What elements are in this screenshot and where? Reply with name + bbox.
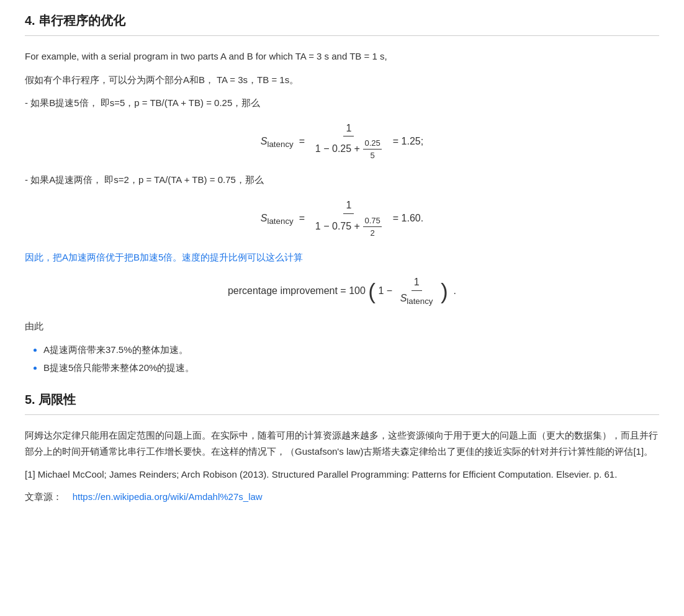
formula2-numerator: 1 — [343, 199, 354, 214]
formula1: Slatency = 1 1 − 0.25 + 0.25 5 = 1.25; — [25, 122, 659, 161]
section4-intro-zh: 假如有个串行程序，可以分为两个部分A和B， TA = 3s，TB = 1s。 — [25, 72, 659, 88]
source-url-link[interactable]: https://en.wikipedia.org/wiki/Amdahl%27s… — [73, 491, 263, 502]
bullet-text-1: A提速两倍带来37.5%的整体加速。 — [43, 344, 188, 355]
formula2-subfrac: 0.75 2 — [363, 215, 382, 238]
section5-divider — [25, 414, 659, 415]
section5-ref: [1] Michael McCool; James Reinders; Arch… — [25, 466, 659, 483]
bullet-item-1: A提速两倍带来37.5%的整体加速。 — [43, 341, 659, 359]
formula1-subfrac: 0.25 5 — [363, 138, 382, 161]
formula1-denominator: 1 − 0.25 + 0.25 5 — [313, 136, 385, 161]
formula3-math: percentage improvement = 100 ( 1 − 1 Sla… — [228, 276, 456, 306]
formula3-fraction: 1 Slatency — [398, 276, 436, 306]
formula1-fraction: 1 1 − 0.25 + 0.25 5 — [313, 122, 385, 161]
source-label: 文章源： — [25, 491, 62, 502]
bullet-list: A提速两倍带来37.5%的整体加速。 B提速5倍只能带来整体20%的提速。 — [43, 341, 659, 377]
bullet-item-2: B提速5倍只能带来整体20%的提速。 — [43, 359, 659, 377]
formula3: percentage improvement = 100 ( 1 − 1 Sla… — [25, 276, 659, 306]
bullet-text-2: B提速5倍只能带来整体20%的提速。 — [43, 362, 194, 373]
section5-source: 文章源： https://en.wikipedia.org/wiki/Amdah… — [25, 489, 659, 505]
s-latency-symbol: S — [261, 135, 268, 146]
s-latency-symbol2: S — [261, 213, 268, 223]
section4-therefore-label: 由此 — [25, 318, 659, 334]
section4-title: 4. 串行程序的优化 — [25, 12, 659, 29]
section5: 5. 局限性 阿姆达尔定律只能用在固定范围的问题上面。在实际中，随着可用的计算资… — [25, 391, 659, 504]
formula2: Slatency = 1 1 − 0.75 + 0.75 2 = 1.60. — [25, 199, 659, 238]
s-latency-sub2: latency — [268, 216, 294, 226]
formula1-numerator: 1 — [343, 122, 354, 137]
section4-intro-en: For example, with a serial program in tw… — [25, 48, 659, 65]
formula2-math: Slatency = 1 1 − 0.75 + 0.75 2 = 1.60. — [261, 199, 423, 238]
section5-title: 5. 局限性 — [25, 391, 659, 408]
section4-case1-label: - 如果B提速5倍， 即s=5，p = TB/(TA + TB) = 0.25，… — [25, 95, 659, 111]
section4-case2-label: - 如果A提速两倍， 即s=2，p = TA/(TA + TB) = 0.75，… — [25, 172, 659, 188]
section4-divider — [25, 35, 659, 36]
section4-conclusion: 因此，把A加速两倍优于把B加速5倍。速度的提升比例可以这么计算 — [25, 249, 659, 266]
formula2-denominator: 1 − 0.75 + 0.75 2 — [313, 214, 385, 238]
formula2-fraction: 1 1 − 0.75 + 0.75 2 — [313, 199, 385, 238]
section4: 4. 串行程序的优化 For example, with a serial pr… — [25, 12, 659, 377]
formula1-math: Slatency = 1 1 − 0.25 + 0.25 5 = 1.25; — [261, 122, 423, 161]
s-latency-sub: latency — [268, 139, 294, 148]
section5-body: 阿姆达尔定律只能用在固定范围的问题上面。在实际中，随着可用的计算资源越来越多，这… — [25, 427, 659, 459]
